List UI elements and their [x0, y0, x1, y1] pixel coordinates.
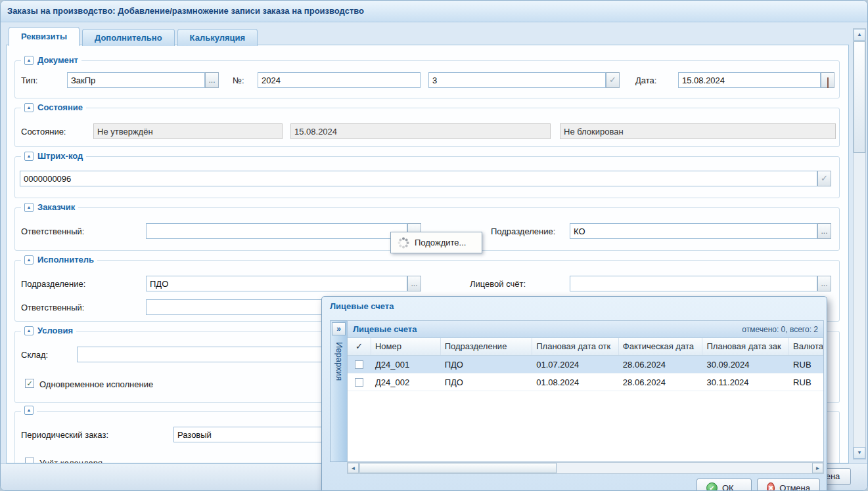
periodic-group-legend: ▲: [21, 406, 37, 415]
column-header-check[interactable]: ✓: [348, 338, 371, 355]
executor-department-field[interactable]: [146, 276, 407, 291]
column-header-planned-open[interactable]: Плановая дата отк: [532, 338, 619, 355]
doc-number-field[interactable]: [428, 72, 606, 88]
row-checkbox[interactable]: [355, 378, 363, 387]
cell-planned-open: 01.08.2024: [532, 374, 619, 391]
tab-kalkulyaciya[interactable]: Калькуляция: [177, 29, 258, 46]
executor-account-label: Лицевой счёт:: [470, 279, 526, 289]
accounts-horizontal-scrollbar[interactable]: ◄ ►: [347, 462, 824, 474]
cell-currency: RUB: [789, 374, 823, 391]
executor-group-legend: ▲ Исполнитель: [21, 255, 97, 265]
collapse-conditions-icon[interactable]: ▲: [24, 326, 34, 335]
scroll-up-button[interactable]: ▲: [854, 29, 865, 41]
customer-department-browse-button[interactable]: ...: [817, 223, 831, 239]
scroll-left-button[interactable]: ◄: [348, 463, 359, 473]
conditions-group-legend: ▲ Условия: [21, 326, 76, 335]
state-label: Состояние:: [21, 127, 66, 137]
simultaneous-label: Одновременное исполнение: [39, 379, 153, 389]
cell-actual: 28.06.2024: [619, 356, 703, 373]
ok-icon: ✔: [706, 482, 718, 491]
barcode-group-legend: ▲ Штрих-код: [21, 151, 86, 161]
tab-rekvizity[interactable]: Реквизиты: [9, 27, 80, 46]
doc-type-label: Тип:: [21, 75, 37, 85]
accounts-dialog-titlebar[interactable]: Лицевые счета: [322, 297, 827, 316]
accounts-dialog: Лицевые счета » Иерархия Лицевые счета о…: [321, 296, 827, 491]
app-window: Заказы на производство: Добавление/размн…: [0, 0, 868, 491]
hierarchy-expand-button[interactable]: »: [332, 322, 346, 335]
customer-responsible-label: Ответственный:: [21, 226, 84, 236]
block-state-field[interactable]: [560, 123, 836, 139]
document-group-legend: ▲ Документ: [21, 55, 81, 65]
cell-number: Д24_001: [371, 356, 441, 373]
cancel-icon: ✖: [767, 482, 775, 491]
doc-type-browse-button[interactable]: ...: [205, 72, 219, 88]
tab-strip: Реквизиты Дополнительно Калькуляция: [9, 27, 258, 46]
vertical-scroll-thumb[interactable]: [854, 41, 865, 153]
apply-check-icon: ✓: [609, 75, 616, 85]
column-header-actual[interactable]: Фактическая дата: [619, 338, 703, 355]
hierarchy-sidebar: » Иерархия: [330, 320, 348, 462]
state-date-field[interactable]: [290, 123, 551, 139]
cell-planned-close: 30.11.2024: [702, 374, 789, 391]
scroll-down-button[interactable]: ▼: [854, 447, 865, 459]
column-header-number[interactable]: Номер: [371, 338, 441, 355]
customer-responsible-field[interactable]: [146, 223, 407, 239]
doc-date-field[interactable]: [678, 72, 821, 88]
column-header-department[interactable]: Подразделение: [441, 338, 533, 355]
scroll-up-icon: ▲: [857, 32, 862, 37]
collapse-executor-icon[interactable]: ▲: [24, 255, 34, 265]
calendar-account-checkbox[interactable]: [25, 458, 34, 463]
collapse-barcode-icon[interactable]: ▲: [24, 152, 34, 161]
main-vertical-scrollbar[interactable]: ▲ ▼: [853, 28, 866, 459]
accounts-panel-title: Лицевые счета: [353, 324, 417, 334]
collapse-state-icon[interactable]: ▲: [24, 103, 34, 112]
cancel-button-label: Отмена: [779, 483, 810, 491]
ellipsis-icon: ...: [821, 226, 827, 236]
hierarchy-tab[interactable]: Иерархия: [334, 342, 344, 381]
accounts-table-panel: Лицевые счета отмечено: 0, всего: 2 ✓ Но…: [347, 320, 824, 462]
simultaneous-checkbox[interactable]: ✓: [25, 379, 34, 388]
tab-dopolnitelno[interactable]: Дополнительно: [82, 29, 175, 46]
document-group-title: Документ: [37, 55, 78, 65]
customer-group-title: Заказчик: [37, 202, 75, 212]
scroll-right-icon: ►: [815, 465, 821, 471]
executor-account-field[interactable]: [570, 276, 817, 291]
row-checkbox[interactable]: [355, 360, 363, 369]
barcode-field[interactable]: [20, 171, 817, 186]
column-header-planned-close[interactable]: Плановая дата зак: [702, 338, 789, 355]
wait-popup-text: Подождите...: [415, 238, 466, 247]
cell-department: ПДО: [441, 356, 533, 373]
doc-year-field[interactable]: [258, 72, 421, 88]
customer-department-label: Подразделение:: [491, 226, 555, 236]
accounts-panel-header: Лицевые счета отмечено: 0, всего: 2: [348, 321, 823, 338]
executor-account-browse-button[interactable]: ...: [817, 276, 831, 291]
doc-date-calendar-button[interactable]: [821, 72, 834, 88]
cell-planned-open: 01.07.2024: [532, 356, 619, 373]
scroll-right-button[interactable]: ►: [812, 463, 823, 473]
collapse-customer-icon[interactable]: ▲: [24, 203, 34, 212]
doc-number-apply-button[interactable]: ✓: [606, 72, 620, 88]
ok-button[interactable]: ✔ ОК: [697, 479, 752, 491]
window-titlebar[interactable]: Заказы на производство: Добавление/размн…: [1, 1, 867, 22]
accounts-counter: отмечено: 0, всего: 2: [742, 325, 818, 334]
customer-department-field[interactable]: [570, 223, 817, 239]
cancel-button[interactable]: ✖ Отмена: [757, 479, 820, 491]
collapse-document-icon[interactable]: ▲: [24, 56, 34, 65]
approval-state-field[interactable]: [93, 123, 283, 139]
executor-department-browse-button[interactable]: ...: [407, 276, 421, 291]
cell-actual: 28.06.2024: [619, 374, 703, 391]
spinner-icon: [398, 237, 409, 249]
executor-responsible-label: Ответственный:: [21, 303, 84, 312]
horizontal-scroll-thumb[interactable]: [359, 463, 557, 473]
conditions-group-title: Условия: [37, 326, 73, 335]
collapse-periodic-icon[interactable]: ▲: [24, 406, 34, 415]
barcode-group-title: Штрих-код: [37, 151, 83, 161]
warehouse-label: Склад:: [21, 350, 48, 360]
table-row[interactable]: Д24_002 ПДО 01.08.2024 28.06.2024 30.11.…: [348, 374, 823, 391]
apply-check-icon: ✓: [821, 173, 828, 183]
ok-button-label: ОК: [722, 483, 734, 491]
table-row[interactable]: Д24_001 ПДО 01.07.2024 28.06.2024 30.09.…: [348, 356, 823, 374]
doc-type-field[interactable]: [67, 72, 205, 88]
barcode-apply-button[interactable]: ✓: [817, 171, 831, 186]
column-header-currency[interactable]: Валюта: [789, 338, 823, 355]
